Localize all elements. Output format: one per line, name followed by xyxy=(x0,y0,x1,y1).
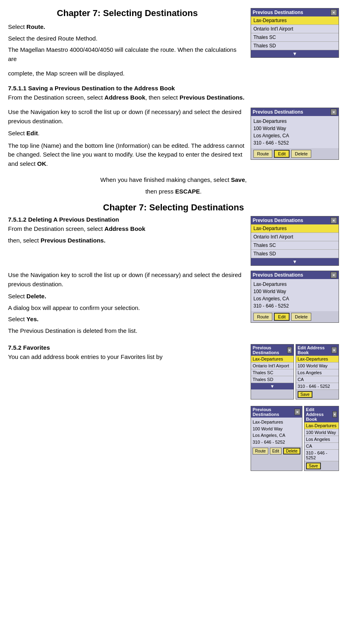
widget-6: Edit Address Book × Lax-Departures 100 W… xyxy=(296,344,339,399)
section-7512-text: 7.5.1.2 Deleting A Previous Destination … xyxy=(8,216,247,247)
delete-button[interactable]: Delete xyxy=(291,150,311,158)
list-item-3-2[interactable]: Ontario Int'l Airport xyxy=(251,233,339,241)
widget-5-title: Previous Destinations xyxy=(253,345,287,355)
select-delete-prefix: Select xyxy=(8,293,27,300)
para1-mid: , then select xyxy=(145,94,180,101)
edit8-field-4[interactable]: 310 - 646 - 5252 xyxy=(304,450,339,461)
widget-2-close[interactable]: × xyxy=(331,109,337,115)
list-item-5-2[interactable]: Ontario Int'l Airport xyxy=(251,363,294,369)
widget-3-close[interactable]: × xyxy=(331,217,337,224)
para4-suffix: . xyxy=(200,188,202,195)
intro-line3: The Magellan Maestro 4000/4040/4050 will… xyxy=(8,45,247,63)
para3-bold: OK xyxy=(37,160,47,167)
widget-prev-dest-2: Previous Destinations × Lax-Departures 1… xyxy=(251,108,339,160)
section-751-heading: 7.5.1.1 Saving a Previous Destination to… xyxy=(8,85,339,92)
widget-7-buttons: Route Edit Delete xyxy=(251,446,302,456)
detail7-phone: 310 - 646 - 5252 xyxy=(253,439,300,446)
widget-5-titlebar: Previous Destinations × xyxy=(251,344,294,356)
edit8-field-0[interactable]: Lax-Departures xyxy=(304,422,339,429)
list-item-2[interactable]: Ontario Int'l Airport xyxy=(251,25,339,33)
7512-para4: The Previous Destination is deleted from… xyxy=(8,326,247,336)
widget-6-title: Edit Address Book xyxy=(298,345,331,355)
widget-8-close[interactable]: × xyxy=(333,411,337,418)
detail4-phone: 310 - 646 - 5252 xyxy=(253,302,336,310)
section-752-row: 7.5.2 Favorites You can add address book… xyxy=(8,344,339,399)
intro-text: Chapter 7: Selecting Destinations Select… xyxy=(8,8,247,66)
widget-8: Edit Address Book × Lax-Departures 100 W… xyxy=(304,406,339,471)
para1-prefix: From the Destination screen, select xyxy=(8,94,104,101)
list-item-5-4[interactable]: Thales SD xyxy=(251,376,294,383)
widget-1: Previous Destinations × Lax-Departures O… xyxy=(251,8,339,58)
list-item-5-3[interactable]: Thales SC xyxy=(251,369,294,376)
select-edit-prefix: Select xyxy=(8,130,27,137)
section-7512-para1-line2: then, select Previous Destinations. xyxy=(8,236,247,245)
widget-2-titlebar: Previous Destinations × xyxy=(251,108,339,116)
list-item-1[interactable]: Lax-Departures xyxy=(251,16,339,25)
detail-addr2: Los Angeles, CA xyxy=(253,132,336,139)
intro-section: Chapter 7: Selecting Destinations Select… xyxy=(8,8,339,66)
widget-8-buttons: Save xyxy=(304,461,339,471)
widget-1-close[interactable]: × xyxy=(331,9,337,16)
delete-button-7[interactable]: Delete xyxy=(283,448,300,454)
para2: Use the Navigation key to scroll the lis… xyxy=(8,108,247,126)
edit-field-2[interactable]: Los Angeles xyxy=(296,369,339,376)
route-button-4[interactable]: Route xyxy=(253,313,272,321)
widget-4-detail: Lax-Departures 100 World Way Los Angeles… xyxy=(251,279,339,311)
edit-field-3[interactable]: CA xyxy=(296,376,339,383)
para1-bold2: Previous Destinations. xyxy=(180,94,245,101)
list-item-3[interactable]: Thales SC xyxy=(251,33,339,42)
edit8-field-1[interactable]: 100 World Way xyxy=(304,429,339,436)
widget-1-scroll-down[interactable] xyxy=(251,50,339,57)
save-button-6[interactable]: Save xyxy=(298,391,312,398)
widget-6-titlebar: Edit Address Book × xyxy=(296,344,339,356)
widget-pair-bottom: Previous Destinations × Lax-Departures 1… xyxy=(251,406,339,471)
widget-4-close[interactable]: × xyxy=(331,272,337,278)
select-delete: Select Delete. xyxy=(8,292,247,301)
edit-button-4[interactable]: Edit xyxy=(274,313,290,321)
widget-5-scroll[interactable] xyxy=(251,383,294,389)
route-button-7[interactable]: Route xyxy=(253,448,268,454)
widget-8-list: Lax-Departures 100 World Way Los Angeles… xyxy=(304,422,339,461)
widget-3-scroll[interactable] xyxy=(251,258,339,265)
select-yes: Select Yes. xyxy=(8,315,247,324)
section-7512-row: 7.5.1.2 Deleting A Previous Destination … xyxy=(8,216,339,266)
edit8-field-2[interactable]: Los Angeles xyxy=(304,436,339,443)
widget-3-list: Lax-Departures Ontario Int'l Airport Tha… xyxy=(251,224,339,258)
edit-field-0[interactable]: Lax-Departures xyxy=(296,356,339,363)
7512-para1-line2: then, select xyxy=(8,237,41,244)
save-button-8[interactable]: Save xyxy=(306,463,321,469)
section-7512-para1: From the Destination screen, select Addr… xyxy=(8,224,247,234)
para3-suffix: . xyxy=(46,160,48,167)
edit-field-4[interactable]: 310 - 646 - 5252 xyxy=(296,383,339,390)
widget-7-detail: Lax-Departures 100 World Way Los Angeles… xyxy=(251,418,302,446)
para4-prefix: When you have finished making changes, s… xyxy=(100,176,231,183)
widget-6-close[interactable]: × xyxy=(331,347,337,353)
widget-7: Previous Destinations × Lax-Departures 1… xyxy=(251,406,302,471)
widget-4-title: Previous Destinations xyxy=(253,272,303,278)
delete-button-4[interactable]: Delete xyxy=(291,313,311,321)
detail-addr1: 100 World Way xyxy=(253,125,336,132)
list-item-3-3[interactable]: Thales SC xyxy=(251,241,339,250)
7512-para3: A dialog box will appear to confirm your… xyxy=(8,304,247,313)
select-edit: Select Edit. xyxy=(8,129,247,138)
list-item-4[interactable]: Thales SD xyxy=(251,42,339,50)
para3: The top line (Name) and the bottom line … xyxy=(8,141,247,169)
edit-field-1[interactable]: 100 World Way xyxy=(296,363,339,369)
list-item-3-1[interactable]: Lax-Departures xyxy=(251,224,339,233)
section-752-para1: You can add address book entries to your… xyxy=(8,353,247,362)
widget-pair-bottom-container: Previous Destinations × Lax-Departures 1… xyxy=(251,406,339,471)
widget-1-titlebar: Previous Destinations × xyxy=(251,8,339,16)
widget-5-close[interactable]: × xyxy=(287,347,292,353)
list-item-3-4[interactable]: Thales SD xyxy=(251,250,339,258)
widget-5-list: Lax-Departures Ontario Int'l Airport Tha… xyxy=(251,356,294,383)
route-bold: Route. xyxy=(27,23,45,30)
widget-7-close[interactable]: × xyxy=(294,409,300,415)
edit8-field-3[interactable]: CA xyxy=(304,443,339,450)
edit-button-7[interactable]: Edit xyxy=(270,448,282,454)
list-item-5-1[interactable]: Lax-Departures xyxy=(251,356,294,363)
widget-8-titlebar: Edit Address Book × xyxy=(304,406,339,422)
route-button[interactable]: Route xyxy=(253,150,272,158)
edit-button[interactable]: Edit xyxy=(274,150,290,158)
select-edit-suffix: . xyxy=(38,130,39,137)
section-751-text2: Use the Navigation key to scroll the lis… xyxy=(8,108,247,171)
